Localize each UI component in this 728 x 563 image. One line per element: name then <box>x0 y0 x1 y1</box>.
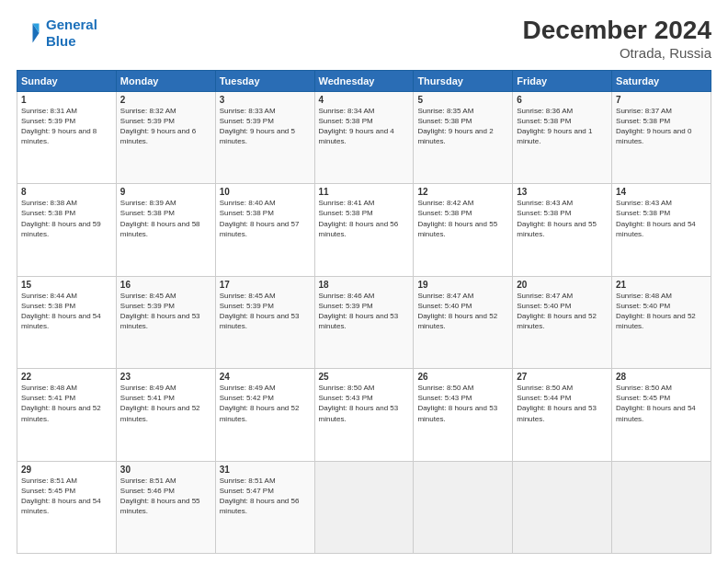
day-number: 5 <box>417 95 508 105</box>
calendar-cell: 12Sunrise: 8:42 AMSunset: 5:38 PMDayligh… <box>414 184 513 276</box>
calendar-table: SundayMondayTuesdayWednesdayThursdayFrid… <box>17 70 711 554</box>
day-info: Sunrise: 8:50 AMSunset: 5:44 PMDaylight:… <box>517 383 608 424</box>
day-info: Sunrise: 8:32 AMSunset: 5:39 PMDaylight:… <box>120 106 211 147</box>
day-info: Sunrise: 8:34 AMSunset: 5:38 PMDaylight:… <box>319 106 410 147</box>
day-info: Sunrise: 8:47 AMSunset: 5:40 PMDaylight:… <box>417 291 508 332</box>
calendar-cell: 31Sunrise: 8:51 AMSunset: 5:47 PMDayligh… <box>215 461 314 553</box>
day-number: 2 <box>120 95 211 105</box>
day-info: Sunrise: 8:31 AMSunset: 5:39 PMDaylight:… <box>21 106 112 147</box>
calendar-cell <box>414 461 513 553</box>
day-number: 11 <box>319 187 410 197</box>
day-number: 22 <box>21 372 112 382</box>
page-title: December 2024 <box>523 17 711 45</box>
calendar-cell: 28Sunrise: 8:50 AMSunset: 5:45 PMDayligh… <box>612 369 711 461</box>
calendar-week-row: 8Sunrise: 8:38 AMSunset: 5:38 PMDaylight… <box>17 184 711 276</box>
day-number: 30 <box>120 465 211 475</box>
calendar-cell: 7Sunrise: 8:37 AMSunset: 5:38 PMDaylight… <box>612 91 711 183</box>
calendar-cell: 23Sunrise: 8:49 AMSunset: 5:41 PMDayligh… <box>116 369 215 461</box>
day-number: 21 <box>616 280 707 290</box>
logo-icon <box>17 20 42 46</box>
day-info: Sunrise: 8:50 AMSunset: 5:43 PMDaylight:… <box>319 383 410 424</box>
day-number: 29 <box>21 465 112 475</box>
calendar-cell: 10Sunrise: 8:40 AMSunset: 5:38 PMDayligh… <box>215 184 314 276</box>
calendar-header-row: SundayMondayTuesdayWednesdayThursdayFrid… <box>17 70 711 91</box>
day-number: 20 <box>517 280 608 290</box>
calendar-cell: 24Sunrise: 8:49 AMSunset: 5:42 PMDayligh… <box>215 369 314 461</box>
day-number: 12 <box>417 187 508 197</box>
calendar-week-row: 15Sunrise: 8:44 AMSunset: 5:38 PMDayligh… <box>17 276 711 368</box>
day-info: Sunrise: 8:40 AMSunset: 5:38 PMDaylight:… <box>220 198 311 239</box>
day-number: 7 <box>616 95 707 105</box>
calendar-cell <box>314 461 414 553</box>
day-number: 24 <box>220 372 311 382</box>
day-info: Sunrise: 8:33 AMSunset: 5:39 PMDaylight:… <box>220 106 311 147</box>
day-info: Sunrise: 8:48 AMSunset: 5:40 PMDaylight:… <box>616 291 707 332</box>
calendar-cell: 13Sunrise: 8:43 AMSunset: 5:38 PMDayligh… <box>513 184 612 276</box>
calendar-week-row: 29Sunrise: 8:51 AMSunset: 5:45 PMDayligh… <box>17 461 711 553</box>
header-day-saturday: Saturday <box>612 70 711 91</box>
day-number: 18 <box>319 280 410 290</box>
day-info: Sunrise: 8:50 AMSunset: 5:43 PMDaylight:… <box>417 383 508 424</box>
day-info: Sunrise: 8:45 AMSunset: 5:39 PMDaylight:… <box>120 291 211 332</box>
calendar-cell <box>513 461 612 553</box>
calendar-cell: 25Sunrise: 8:50 AMSunset: 5:43 PMDayligh… <box>314 369 414 461</box>
calendar-cell: 22Sunrise: 8:48 AMSunset: 5:41 PMDayligh… <box>17 369 117 461</box>
header-day-tuesday: Tuesday <box>215 70 314 91</box>
calendar-cell: 4Sunrise: 8:34 AMSunset: 5:38 PMDaylight… <box>314 91 414 183</box>
day-number: 27 <box>517 372 608 382</box>
calendar-cell: 2Sunrise: 8:32 AMSunset: 5:39 PMDaylight… <box>116 91 215 183</box>
header-day-thursday: Thursday <box>414 70 513 91</box>
calendar-cell: 15Sunrise: 8:44 AMSunset: 5:38 PMDayligh… <box>17 276 117 368</box>
calendar-cell: 16Sunrise: 8:45 AMSunset: 5:39 PMDayligh… <box>116 276 215 368</box>
calendar-cell: 8Sunrise: 8:38 AMSunset: 5:38 PMDaylight… <box>17 184 117 276</box>
day-number: 1 <box>21 95 112 105</box>
day-info: Sunrise: 8:48 AMSunset: 5:41 PMDaylight:… <box>21 383 112 424</box>
day-number: 8 <box>21 187 112 197</box>
day-info: Sunrise: 8:37 AMSunset: 5:38 PMDaylight:… <box>616 106 707 147</box>
day-info: Sunrise: 8:49 AMSunset: 5:41 PMDaylight:… <box>120 383 211 424</box>
day-info: Sunrise: 8:38 AMSunset: 5:38 PMDaylight:… <box>21 198 112 239</box>
header: General Blue December 2024 Otrada, Russi… <box>17 17 711 61</box>
calendar-cell: 19Sunrise: 8:47 AMSunset: 5:40 PMDayligh… <box>414 276 513 368</box>
calendar-week-row: 22Sunrise: 8:48 AMSunset: 5:41 PMDayligh… <box>17 369 711 461</box>
logo-text: General Blue <box>46 17 97 50</box>
calendar-cell: 29Sunrise: 8:51 AMSunset: 5:45 PMDayligh… <box>17 461 117 553</box>
day-info: Sunrise: 8:47 AMSunset: 5:40 PMDaylight:… <box>517 291 608 332</box>
day-info: Sunrise: 8:41 AMSunset: 5:38 PMDaylight:… <box>319 198 410 239</box>
calendar-week-row: 1Sunrise: 8:31 AMSunset: 5:39 PMDaylight… <box>17 91 711 183</box>
day-info: Sunrise: 8:50 AMSunset: 5:45 PMDaylight:… <box>616 383 707 424</box>
day-number: 28 <box>616 372 707 382</box>
day-number: 31 <box>220 465 311 475</box>
day-info: Sunrise: 8:51 AMSunset: 5:45 PMDaylight:… <box>21 476 112 517</box>
day-info: Sunrise: 8:35 AMSunset: 5:38 PMDaylight:… <box>417 106 508 147</box>
day-info: Sunrise: 8:49 AMSunset: 5:42 PMDaylight:… <box>220 383 311 424</box>
day-info: Sunrise: 8:51 AMSunset: 5:47 PMDaylight:… <box>220 476 311 517</box>
day-info: Sunrise: 8:51 AMSunset: 5:46 PMDaylight:… <box>120 476 211 517</box>
day-number: 19 <box>417 280 508 290</box>
day-info: Sunrise: 8:43 AMSunset: 5:38 PMDaylight:… <box>517 198 608 239</box>
calendar-cell: 1Sunrise: 8:31 AMSunset: 5:39 PMDaylight… <box>17 91 117 183</box>
day-number: 23 <box>120 372 211 382</box>
day-number: 25 <box>319 372 410 382</box>
calendar-cell: 21Sunrise: 8:48 AMSunset: 5:40 PMDayligh… <box>612 276 711 368</box>
day-number: 15 <box>21 280 112 290</box>
day-number: 14 <box>616 187 707 197</box>
calendar-cell: 26Sunrise: 8:50 AMSunset: 5:43 PMDayligh… <box>414 369 513 461</box>
calendar-cell: 18Sunrise: 8:46 AMSunset: 5:39 PMDayligh… <box>314 276 414 368</box>
calendar-cell: 6Sunrise: 8:36 AMSunset: 5:38 PMDaylight… <box>513 91 612 183</box>
page-subtitle: Otrada, Russia <box>523 45 711 61</box>
day-number: 17 <box>220 280 311 290</box>
day-number: 3 <box>220 95 311 105</box>
day-info: Sunrise: 8:46 AMSunset: 5:39 PMDaylight:… <box>319 291 410 332</box>
day-number: 10 <box>220 187 311 197</box>
calendar-cell: 5Sunrise: 8:35 AMSunset: 5:38 PMDaylight… <box>414 91 513 183</box>
day-number: 4 <box>319 95 410 105</box>
logo: General Blue <box>17 17 97 50</box>
calendar-cell: 20Sunrise: 8:47 AMSunset: 5:40 PMDayligh… <box>513 276 612 368</box>
calendar-cell: 30Sunrise: 8:51 AMSunset: 5:46 PMDayligh… <box>116 461 215 553</box>
day-info: Sunrise: 8:45 AMSunset: 5:39 PMDaylight:… <box>220 291 311 332</box>
title-block: December 2024 Otrada, Russia <box>523 17 711 61</box>
day-number: 16 <box>120 280 211 290</box>
page: General Blue December 2024 Otrada, Russi… <box>0 0 728 563</box>
day-info: Sunrise: 8:42 AMSunset: 5:38 PMDaylight:… <box>417 198 508 239</box>
